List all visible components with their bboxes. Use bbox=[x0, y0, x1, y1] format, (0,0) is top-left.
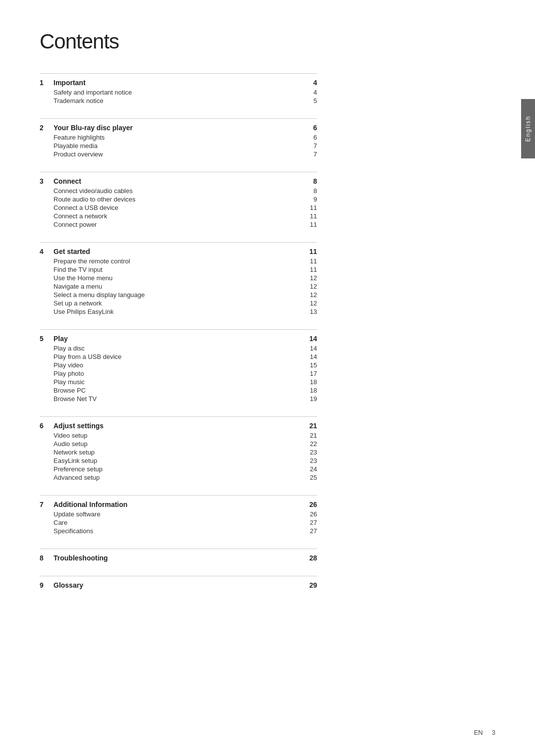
toc-sub-row: Browse PC18 bbox=[40, 387, 317, 394]
sub-item-page: 9 bbox=[302, 196, 317, 203]
toc-main-row-5: 5Play14 bbox=[40, 335, 317, 343]
toc-sub-row: Play photo17 bbox=[40, 370, 317, 377]
sub-item-page: 8 bbox=[302, 187, 317, 195]
toc-sub-row: Connect a USB device11 bbox=[40, 204, 317, 211]
toc-section-7: 7Additional Information26Update software… bbox=[40, 495, 317, 535]
section-page-1: 4 bbox=[302, 79, 317, 87]
sub-item-label: Audio setup bbox=[54, 440, 302, 448]
sub-item-label: Use the Home menu bbox=[54, 274, 302, 282]
sub-item-label: EasyLink setup bbox=[54, 457, 302, 464]
sub-item-page: 19 bbox=[302, 395, 317, 403]
en-label: EN bbox=[474, 729, 483, 736]
toc-section-2: 2Your Blu-ray disc player6Feature highli… bbox=[40, 118, 317, 158]
sub-item-label: Use Philips EasyLink bbox=[54, 308, 302, 315]
toc-sub-row: Set up a network12 bbox=[40, 300, 317, 307]
sub-item-page: 6 bbox=[302, 134, 317, 141]
section-page-2: 6 bbox=[302, 124, 317, 132]
sub-item-page: 12 bbox=[302, 300, 317, 307]
section-title-6: Adjust settings bbox=[54, 422, 302, 430]
toc-sub-row: Product overview7 bbox=[40, 151, 317, 158]
toc-sub-row: Connect video/audio cables8 bbox=[40, 187, 317, 195]
toc-sub-row: Audio setup22 bbox=[40, 440, 317, 448]
section-divider-5 bbox=[40, 329, 317, 330]
sub-item-page: 24 bbox=[302, 465, 317, 473]
sub-item-page: 11 bbox=[302, 221, 317, 228]
toc-sub-row: Safety and important notice4 bbox=[40, 89, 317, 96]
sub-item-page: 5 bbox=[302, 97, 317, 104]
sub-item-label: Connect power bbox=[54, 221, 302, 228]
section-divider-4 bbox=[40, 242, 317, 243]
sub-item-page: 18 bbox=[302, 378, 317, 386]
sub-item-page: 12 bbox=[302, 274, 317, 282]
section-divider-1 bbox=[40, 73, 317, 74]
sub-item-page: 4 bbox=[302, 89, 317, 96]
sub-item-label: Advanced setup bbox=[54, 474, 302, 481]
page-container: English Contents 1Important4Safety and i… bbox=[0, 0, 535, 756]
sub-item-label: Video setup bbox=[54, 432, 302, 439]
sub-item-page: 27 bbox=[302, 527, 317, 535]
section-number-2: 2 bbox=[40, 124, 54, 132]
sub-item-page: 26 bbox=[302, 510, 317, 518]
sub-item-page: 11 bbox=[302, 266, 317, 273]
toc-main-row-6: 6Adjust settings21 bbox=[40, 422, 317, 430]
section-number-8: 8 bbox=[40, 554, 54, 562]
section-number-9: 9 bbox=[40, 581, 54, 589]
section-page-8: 28 bbox=[302, 554, 317, 562]
sub-item-page: 11 bbox=[302, 212, 317, 220]
toc-sub-row: Network setup23 bbox=[40, 449, 317, 456]
sub-item-page: 13 bbox=[302, 308, 317, 315]
toc-sub-row: Connect a network11 bbox=[40, 212, 317, 220]
section-title-5: Play bbox=[54, 335, 302, 343]
sub-item-label: Play video bbox=[54, 361, 302, 369]
page-number: 3 bbox=[492, 729, 495, 736]
toc-section-9: 9Glossary29 bbox=[40, 576, 317, 589]
toc-sub-row: Play from a USB device14 bbox=[40, 353, 317, 360]
section-divider-3 bbox=[40, 172, 317, 172]
sub-item-page: 14 bbox=[302, 353, 317, 360]
sub-item-page: 12 bbox=[302, 291, 317, 299]
sub-item-page: 23 bbox=[302, 449, 317, 456]
section-title-3: Connect bbox=[54, 177, 302, 185]
section-title-4: Get started bbox=[54, 248, 302, 255]
section-title-8: Troubleshooting bbox=[54, 554, 302, 562]
sub-item-label: Connect video/audio cables bbox=[54, 187, 302, 195]
toc-main-row-8: 8Troubleshooting28 bbox=[40, 554, 317, 562]
toc-main-row-1: 1Important4 bbox=[40, 79, 317, 87]
section-page-6: 21 bbox=[302, 422, 317, 430]
toc-main-row-9: 9Glossary29 bbox=[40, 581, 317, 589]
toc-section-3: 3Connect8Connect video/audio cables8Rout… bbox=[40, 172, 317, 228]
section-page-3: 8 bbox=[302, 177, 317, 185]
sub-item-page: 17 bbox=[302, 370, 317, 377]
toc-sub-row: Preference setup24 bbox=[40, 465, 317, 473]
toc-sub-row: Navigate a menu12 bbox=[40, 283, 317, 290]
toc-sub-row: Browse Net TV19 bbox=[40, 395, 317, 403]
section-title-7: Additional Information bbox=[54, 501, 302, 508]
toc-sub-row: Prepare the remote control11 bbox=[40, 257, 317, 265]
toc-sub-row: Use the Home menu12 bbox=[40, 274, 317, 282]
sub-item-label: Specifications bbox=[54, 527, 302, 535]
sub-item-label: Care bbox=[54, 519, 302, 526]
page-title: Contents bbox=[40, 30, 317, 53]
toc-sub-row: Play video15 bbox=[40, 361, 317, 369]
toc-sub-row: Route audio to other devices9 bbox=[40, 196, 317, 203]
sub-item-label: Network setup bbox=[54, 449, 302, 456]
section-number-3: 3 bbox=[40, 177, 54, 185]
section-divider-9 bbox=[40, 576, 317, 576]
sub-item-page: 22 bbox=[302, 440, 317, 448]
section-page-4: 11 bbox=[302, 248, 317, 255]
section-title-9: Glossary bbox=[54, 581, 302, 589]
sub-item-page: 27 bbox=[302, 519, 317, 526]
section-divider-2 bbox=[40, 118, 317, 119]
section-number-7: 7 bbox=[40, 501, 54, 508]
sub-item-page: 21 bbox=[302, 432, 317, 439]
section-divider-6 bbox=[40, 416, 317, 417]
toc-container: 1Important4Safety and important notice4T… bbox=[40, 73, 317, 589]
sub-item-label: Find the TV input bbox=[54, 266, 302, 273]
section-page-9: 29 bbox=[302, 581, 317, 589]
toc-section-6: 6Adjust settings21Video setup21Audio set… bbox=[40, 416, 317, 481]
sub-item-label: Route audio to other devices bbox=[54, 196, 302, 203]
section-divider-8 bbox=[40, 549, 317, 549]
toc-sub-row: Connect power11 bbox=[40, 221, 317, 228]
sub-item-label: Play a disc bbox=[54, 345, 302, 352]
language-label: English bbox=[525, 115, 532, 142]
